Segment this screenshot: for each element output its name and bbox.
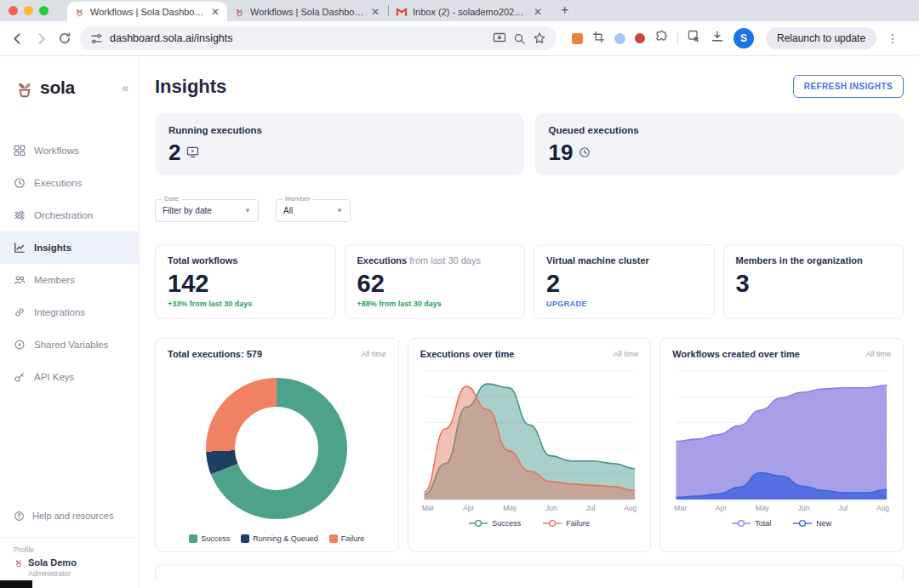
profile-name-text: Sola Demo <box>28 557 77 568</box>
sidebar-item-shared-variables[interactable]: Shared Variables <box>0 328 139 361</box>
card-title: Running executions <box>168 125 511 135</box>
new-tab-button[interactable]: ＋ <box>550 2 579 20</box>
sidebar-item-label: API Keys <box>34 372 74 382</box>
sola-favicon <box>233 6 245 18</box>
tab-close-icon[interactable]: ✕ <box>209 6 221 18</box>
sidebar-item-label: Orchestration <box>34 210 93 220</box>
date-filter-select[interactable]: Date Filter by date ▼ <box>155 199 259 222</box>
x-axis-label: Jul <box>838 504 848 512</box>
member-filter-select[interactable]: Member All ▼ <box>276 199 351 222</box>
sidebar-collapse-icon[interactable]: « <box>122 81 128 94</box>
relaunch-to-update-button[interactable]: Relaunch to update <box>766 27 876 49</box>
gmail-icon <box>396 7 408 17</box>
bottom-left-dark-region <box>0 580 32 588</box>
upgrade-link[interactable]: UPGRADE <box>546 300 702 308</box>
site-settings-icon[interactable] <box>90 32 103 45</box>
tab-gmail-inbox[interactable]: Inbox (2) - solademo2024@g ✕ <box>390 2 550 21</box>
sidebar-item-members[interactable]: Members <box>0 264 139 296</box>
tab-close-icon[interactable]: ✕ <box>532 6 544 18</box>
x-axis-label: Jun <box>545 504 557 512</box>
x-axis-label: May <box>756 504 769 512</box>
app-body: sola « Workflows Executions Orchestratio… <box>0 56 919 588</box>
legend-item: Success <box>469 519 521 528</box>
sidebar-item-help[interactable]: Help and resources <box>0 501 139 530</box>
refresh-insights-button[interactable]: REFRESH INSIGHTS <box>793 75 904 98</box>
main-content: Insights REFRESH INSIGHTS Running execut… <box>140 56 919 588</box>
forward-icon[interactable] <box>32 30 49 47</box>
stat-title: Members in the organization <box>736 255 892 265</box>
url-text[interactable]: dashboard.sola.ai/insights <box>110 32 486 44</box>
queued-executions-value: 19 <box>549 141 574 163</box>
sidebar-item-orchestration[interactable]: Orchestration <box>0 199 139 231</box>
minimize-window-button[interactable] <box>24 6 33 15</box>
sola-logo[interactable]: sola <box>14 77 75 99</box>
back-icon[interactable] <box>9 30 26 47</box>
reload-icon[interactable] <box>56 30 73 47</box>
legend-item: Success <box>189 534 230 543</box>
profile-avatar[interactable]: S <box>733 28 754 49</box>
sidebar-item-workflows[interactable]: Workflows <box>0 134 139 167</box>
date-filter-label: Date <box>162 195 181 203</box>
toolbar-divider <box>677 31 678 45</box>
sidebar-item-label: Insights <box>34 243 71 253</box>
bookmark-star-icon[interactable] <box>533 31 546 45</box>
next-card-edge <box>155 564 904 579</box>
x-axis-label: Jun <box>798 504 810 512</box>
profile-role: Administrator <box>28 569 125 578</box>
grid-icon <box>14 145 26 157</box>
chevron-down-icon: ▼ <box>244 207 251 214</box>
tab-close-icon[interactable]: ✕ <box>369 6 381 18</box>
sidebar-item-executions[interactable]: Executions <box>0 167 139 199</box>
workflows-over-time-chart-card: Workflows created over time All time Mar… <box>659 338 904 552</box>
clock-icon <box>579 146 591 158</box>
x-axis-label: Apr <box>463 504 474 512</box>
sidebar-item-integrations[interactable]: Integrations <box>0 296 139 328</box>
browser-window: Workflows | Sola Dashboard ✕ Workflows |… <box>0 0 919 588</box>
x-axis-label: May <box>503 504 517 512</box>
help-icon <box>14 511 25 522</box>
stat-title: Total workflows <box>168 255 323 265</box>
accessibility-extension-icon[interactable] <box>614 33 625 44</box>
profile-section-label: Profile <box>14 545 125 554</box>
x-axis-label: Mar <box>422 504 435 512</box>
people-icon <box>14 274 26 286</box>
chart-title: Total executions: 579 <box>168 349 262 359</box>
extensions-puzzle-icon[interactable] <box>654 30 668 47</box>
total-executions-chart-card: Total executions: 579 All time SuccessRu… <box>155 338 399 552</box>
close-window-button[interactable] <box>9 6 18 15</box>
sola-favicon-icon <box>74 6 85 17</box>
page-title: Insights <box>155 76 226 98</box>
executions-area-chart <box>420 363 639 502</box>
sidebar-item-insights[interactable]: Insights <box>0 231 139 264</box>
stat-title: Executionsfrom last 30 days <box>357 255 513 265</box>
tab-separator <box>388 5 389 16</box>
maximize-window-button[interactable] <box>39 6 49 15</box>
profile-name: Sola Demo <box>14 557 125 568</box>
extension-orange-icon[interactable] <box>572 33 583 44</box>
window-controls <box>9 6 49 15</box>
stat-title-suffix: from last 30 days <box>409 255 481 265</box>
legend-item: Failure <box>543 519 590 528</box>
downloads-icon[interactable] <box>711 30 724 47</box>
sidebar-item-api-keys[interactable]: API Keys <box>0 361 139 393</box>
sidebar-item-label: Workflows <box>34 146 79 156</box>
stat-delta: +88% from last 30 days <box>357 300 513 308</box>
link-icon <box>14 306 26 318</box>
running-executions-card: Running executions 2 <box>155 113 524 175</box>
screen-capture-icon[interactable] <box>592 31 605 47</box>
inspect-tool-icon[interactable] <box>688 30 701 47</box>
workflows-x-axis: MarAprMayJunJulAug <box>672 502 891 512</box>
charts-row: Total executions: 579 All time SuccessRu… <box>155 338 904 552</box>
tab-sola-dashboard-1[interactable]: Workflows | Sola Dashboard ✕ <box>67 2 227 21</box>
brand-name: sola <box>40 77 75 98</box>
chart-title: Executions over time <box>420 349 515 359</box>
zoom-icon[interactable] <box>513 32 526 45</box>
browser-menu-icon[interactable]: ⋮ <box>883 31 902 45</box>
address-bar[interactable]: dashboard.sola.ai/insights <box>80 26 557 50</box>
queued-executions-card: Queued executions 19 <box>535 113 905 175</box>
executions-over-time-chart-card: Executions over time All time MarAprMayJ… <box>408 338 652 552</box>
tab-sola-dashboard-2[interactable]: Workflows | Sola Dashboard ✕ <box>227 2 387 21</box>
record-extension-icon[interactable] <box>635 33 645 43</box>
install-app-icon[interactable] <box>493 32 506 44</box>
tab-title: Workflows | Sola Dashboard <box>90 7 204 17</box>
